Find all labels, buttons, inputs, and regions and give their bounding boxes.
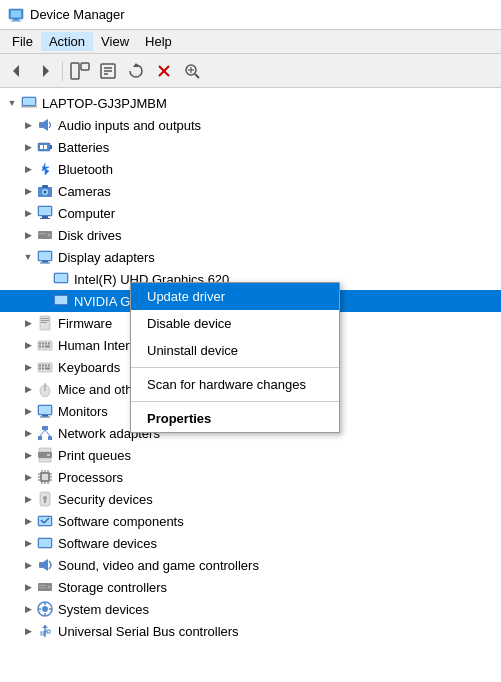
expand-icon-storage: ▶ [20,579,36,595]
context-menu: Update driver Disable device Uninstall d… [130,282,340,433]
svg-rect-21 [21,106,37,108]
ctx-sep-1 [131,367,339,368]
toolbar-sep-1 [62,61,63,81]
tree-label-security: Security devices [58,492,153,507]
svg-rect-53 [42,343,44,345]
display-icon [36,248,54,266]
forward-button[interactable] [32,58,58,84]
tree-item-display[interactable]: ▼ Display adapters [0,246,501,268]
tree-item-storage[interactable]: ▶ Storage controllers [0,576,501,598]
main-panel: ▼ LAPTOP-GJ3PJMBM ▶ Audio inputs and [0,88,501,682]
svg-rect-81 [39,458,51,462]
expand-icon-computer: ▶ [20,205,36,221]
processors-icon [36,468,54,486]
expand-icon-system: ▶ [20,601,36,617]
expand-icon-network: ▶ [20,425,36,441]
audio-icon [36,116,54,134]
svg-rect-63 [48,365,50,367]
expand-icon-laptop: ▼ [4,95,20,111]
tree-item-computer[interactable]: ▶ Computer [0,202,501,224]
scan-button[interactable] [179,58,205,84]
svg-rect-71 [39,406,51,414]
expand-icon-softwaredev: ▶ [20,535,36,551]
svg-rect-55 [48,343,50,345]
update-button[interactable] [123,58,149,84]
title-text: Device Manager [30,7,125,22]
ctx-scan-changes[interactable]: Scan for hardware changes [131,371,339,398]
keyboards-icon [36,358,54,376]
svg-rect-42 [40,263,50,264]
tree-item-sound[interactable]: ▶ Sound, video and game controllers [0,554,501,576]
tree-label-monitors: Monitors [58,404,108,419]
expand-icon-batteries: ▶ [20,139,36,155]
tree-item-diskdrives[interactable]: ▶ Disk drives [0,224,501,246]
tree-label-keyboards: Keyboards [58,360,120,375]
mice-icon [36,380,54,398]
back-button[interactable] [4,58,30,84]
svg-rect-6 [71,63,79,79]
svg-rect-2 [13,19,19,21]
ctx-update-driver[interactable]: Update driver [131,283,339,310]
svg-point-37 [48,234,51,237]
laptop-icon [20,94,38,112]
svg-rect-106 [39,562,43,568]
svg-rect-46 [55,296,67,304]
expand-icon-diskdrives: ▶ [20,227,36,243]
uninstall-button[interactable] [151,58,177,84]
expand-icon-human: ▶ [20,337,36,353]
svg-rect-50 [41,322,47,323]
svg-rect-64 [39,368,41,370]
menu-view[interactable]: View [93,32,137,51]
tree-label-firmware: Firmware [58,316,112,331]
ctx-properties[interactable]: Properties [131,405,339,432]
app-icon [8,7,24,23]
usb-icon [36,622,54,640]
tree-item-cameras[interactable]: ▶ Cameras [0,180,501,202]
ctx-uninstall-device[interactable]: Uninstall device [131,337,339,364]
svg-marker-107 [43,559,48,571]
tree-item-batteries[interactable]: ▶ Batteries [0,136,501,158]
svg-rect-35 [40,218,50,219]
svg-rect-56 [39,346,41,348]
tree-item-laptop[interactable]: ▼ LAPTOP-GJ3PJMBM [0,92,501,114]
svg-rect-105 [39,539,51,547]
printqueues-icon [36,446,54,464]
tree-item-usb[interactable]: ▶ Universal Serial Bus controllers [0,620,501,642]
expand-icon-security: ▶ [20,491,36,507]
monitors-icon [36,402,54,420]
tree-item-printqueues[interactable]: ▶ Print queues [0,444,501,466]
svg-rect-54 [45,343,47,345]
toolbar [0,54,501,88]
svg-rect-52 [39,343,41,345]
tree-label-computer: Computer [58,206,115,221]
batteries-icon [36,138,54,156]
svg-rect-40 [39,252,51,260]
properties-button[interactable] [95,58,121,84]
tree-item-bluetooth[interactable]: ▶ Bluetooth [0,158,501,180]
svg-line-78 [45,430,50,436]
ctx-disable-device[interactable]: Disable device [131,310,339,337]
svg-rect-22 [39,122,43,128]
svg-rect-66 [45,368,50,370]
tree-item-processors[interactable]: ▶ Proces [0,466,501,488]
diskdrives-icon [36,226,54,244]
tree-item-audio[interactable]: ▶ Audio inputs and outputs [0,114,501,136]
tree-item-system[interactable]: ▶ System devices [0,598,501,620]
svg-line-16 [195,74,199,78]
show-hide-button[interactable] [67,58,93,84]
expand-icon-bluetooth: ▶ [20,161,36,177]
human-icon [36,336,54,354]
tree-item-softwarecomp[interactable]: ▶ Software components [0,510,501,532]
svg-rect-3 [11,20,21,21]
svg-rect-57 [42,346,44,348]
svg-rect-121 [47,630,50,633]
svg-point-109 [48,586,51,589]
menu-file[interactable]: File [4,32,41,51]
nvidia-icon [52,292,70,310]
svg-point-30 [44,191,47,194]
tree-item-security[interactable]: ▶ Security devices [0,488,501,510]
svg-rect-60 [39,365,41,367]
menu-help[interactable]: Help [137,32,180,51]
tree-item-softwaredev[interactable]: ▶ Software devices [0,532,501,554]
menu-action[interactable]: Action [41,32,93,51]
